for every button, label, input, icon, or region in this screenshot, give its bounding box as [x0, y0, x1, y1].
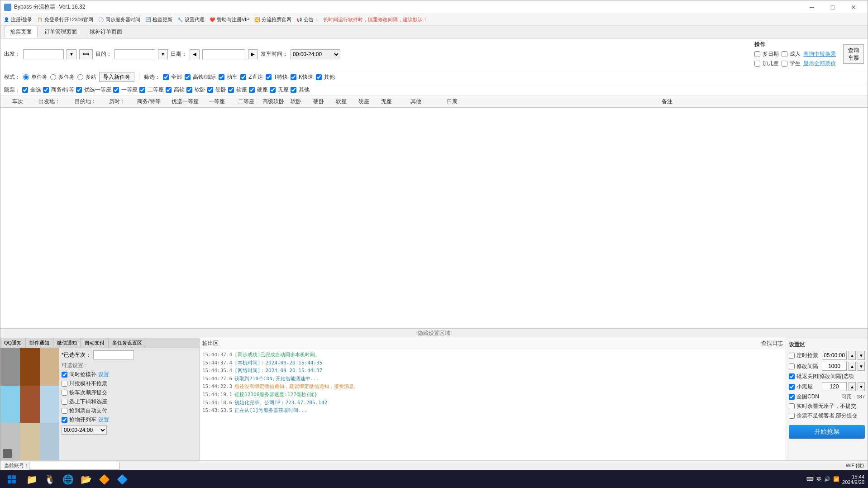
- clear-log-button[interactable]: 查找日志: [761, 340, 783, 347]
- blacklist-down[interactable]: ▼: [858, 382, 865, 391]
- filter-highspeed-checkbox[interactable]: [185, 74, 191, 80]
- query-ticket-button[interactable]: 查询车票: [843, 44, 864, 64]
- opt-simultaneous-settings[interactable]: 设置: [98, 371, 109, 378]
- taskbar-app2[interactable]: 🔷: [114, 471, 130, 488]
- interval-down[interactable]: ▼: [858, 362, 865, 371]
- seat-other-checkbox[interactable]: [291, 87, 296, 93]
- log-time: 15:44:35.4: [202, 367, 232, 375]
- train-input[interactable]: [93, 350, 134, 359]
- hidden-settings-bar[interactable]: !隐藏设置区域!: [0, 328, 868, 338]
- maximize-button[interactable]: □: [822, 0, 843, 14]
- opt-grab-extra-checkbox[interactable]: [62, 417, 67, 423]
- blp-tab-autopay[interactable]: 自动支付: [81, 338, 109, 348]
- from-input[interactable]: [23, 49, 64, 59]
- time-range-select[interactable]: 00:00-24:00: [62, 426, 107, 435]
- log-line: 15:44:18.6初始化完毕。公网IP：223.67.205.142: [202, 399, 783, 407]
- seat-hardbunk-checkbox[interactable]: [207, 87, 213, 93]
- filter-other-checkbox[interactable]: [316, 74, 322, 80]
- opt-order-submit-checkbox[interactable]: [62, 390, 67, 396]
- seat-highsoft-checkbox[interactable]: [166, 87, 172, 93]
- edge-icon: 🌐: [62, 474, 74, 485]
- blp-tab-qq[interactable]: QQ通知: [0, 338, 26, 348]
- filter-emu-checkbox[interactable]: [219, 74, 224, 80]
- cdn-checkbox[interactable]: [789, 394, 795, 400]
- seat-softbunk-checkbox[interactable]: [186, 87, 192, 93]
- menu-open12306[interactable]: 📋 免登录打开12306官网: [37, 16, 93, 23]
- menu-proxy[interactable]: 🔧 设置代理: [177, 16, 205, 23]
- start-button[interactable]: [4, 471, 20, 488]
- seat-first-prem-checkbox[interactable]: [76, 87, 82, 93]
- multi-date-checkbox[interactable]: [754, 51, 760, 57]
- filter-k-checkbox[interactable]: [291, 74, 296, 80]
- date-next[interactable]: ▶: [248, 49, 258, 59]
- convert-change-btn[interactable]: 查询中转换乘: [803, 50, 836, 58]
- student-checkbox[interactable]: [782, 61, 787, 67]
- opt-only-supplement-checkbox[interactable]: [62, 381, 67, 387]
- multi-station-radio[interactable]: [77, 74, 83, 80]
- multi-task-radio[interactable]: [50, 74, 56, 80]
- opt-grab-extra-settings[interactable]: 设置: [98, 416, 109, 424]
- tab-grab-ticket[interactable]: 抢票页面: [4, 26, 38, 38]
- taskbar-explorer[interactable]: 📁: [24, 471, 40, 488]
- no-noseat-checkbox[interactable]: [789, 403, 795, 409]
- date-prev[interactable]: ◀: [190, 49, 200, 59]
- tab-order-management[interactable]: 订单管理页面: [38, 26, 83, 38]
- filter-all-checkbox[interactable]: [163, 74, 169, 80]
- blacklist-input[interactable]: [822, 382, 847, 391]
- tab-supplement-order[interactable]: 续补订单页面: [84, 26, 128, 38]
- multi-task-label: 多任务: [58, 73, 75, 81]
- seat-first-checkbox[interactable]: [113, 87, 119, 93]
- minimize-button[interactable]: ─: [801, 0, 822, 14]
- interval-checkbox[interactable]: [789, 364, 795, 369]
- blp-tab-wechat[interactable]: 微信通知: [53, 338, 81, 348]
- swatch-8: [40, 423, 59, 460]
- account-input[interactable]: [29, 462, 119, 470]
- menu-official[interactable]: 🔀 分流抢票官网: [254, 16, 291, 23]
- interval-input[interactable]: [822, 362, 847, 371]
- seat-all-checkbox[interactable]: [22, 87, 28, 93]
- blp-tab-email[interactable]: 邮件通知: [26, 338, 53, 348]
- seat-noseat-checkbox[interactable]: [270, 87, 276, 93]
- opt-auto-pay-checkbox[interactable]: [62, 408, 67, 414]
- timer-input[interactable]: [822, 351, 847, 360]
- setting-timer: 定时抢票 ▲ ▼: [789, 351, 865, 360]
- menu-sync-time[interactable]: 🕐 同步服务器时间: [98, 16, 140, 23]
- to-input[interactable]: [114, 49, 155, 59]
- adult-checkbox[interactable]: [782, 51, 787, 57]
- show-all-price-btn[interactable]: 显示全部票价: [803, 60, 836, 67]
- opt-select-aux-checkbox[interactable]: [62, 399, 67, 405]
- menu-check-update[interactable]: 🔄 检查更新: [145, 16, 172, 23]
- menu-register[interactable]: 👤 注册/登录: [3, 16, 32, 23]
- seat-softseat-checkbox[interactable]: [228, 87, 234, 93]
- timer-down[interactable]: ▼: [858, 351, 865, 360]
- close-return-checkbox[interactable]: [789, 373, 795, 379]
- filter-z-checkbox[interactable]: [240, 74, 246, 80]
- swap-button[interactable]: ⟺: [79, 49, 93, 59]
- seat-biz-checkbox[interactable]: [43, 87, 49, 93]
- opt-simultaneous-checkbox[interactable]: [62, 372, 67, 378]
- blp-tab-multitask[interactable]: 多任务设置区: [109, 338, 146, 348]
- import-task-button[interactable]: 导入新任务: [99, 72, 134, 82]
- close-button[interactable]: ✕: [843, 0, 864, 14]
- seat-hardseat-checkbox[interactable]: [249, 87, 255, 93]
- to-arrow-down[interactable]: ▼: [158, 49, 168, 59]
- start-grab-button[interactable]: 开始抢票: [789, 425, 865, 439]
- taskbar-files[interactable]: 📂: [78, 471, 94, 488]
- partial-submit-checkbox[interactable]: [789, 413, 795, 419]
- timer-up[interactable]: ▲: [849, 351, 856, 360]
- filter-t-checkbox[interactable]: [266, 74, 272, 80]
- taskbar-app1[interactable]: 🔶: [96, 471, 112, 488]
- taskbar-edge[interactable]: 🌐: [60, 471, 76, 488]
- depart-time-select[interactable]: 00:00-24:00: [291, 49, 340, 59]
- menu-sponsor[interactable]: ❤️ 赞助与注册VIP: [209, 16, 250, 23]
- from-arrow-down[interactable]: ▼: [67, 49, 76, 59]
- seat-second-checkbox[interactable]: [139, 87, 145, 93]
- timer-checkbox[interactable]: [789, 353, 795, 359]
- add-child-checkbox[interactable]: [754, 61, 760, 67]
- date-input[interactable]: 2024-10-04: [202, 49, 245, 59]
- blacklist-up[interactable]: ▲: [849, 382, 856, 391]
- blacklist-checkbox[interactable]: [789, 384, 795, 390]
- taskbar-qq[interactable]: 🐧: [42, 471, 58, 488]
- single-task-radio[interactable]: [23, 74, 29, 80]
- interval-up[interactable]: ▲: [849, 362, 856, 371]
